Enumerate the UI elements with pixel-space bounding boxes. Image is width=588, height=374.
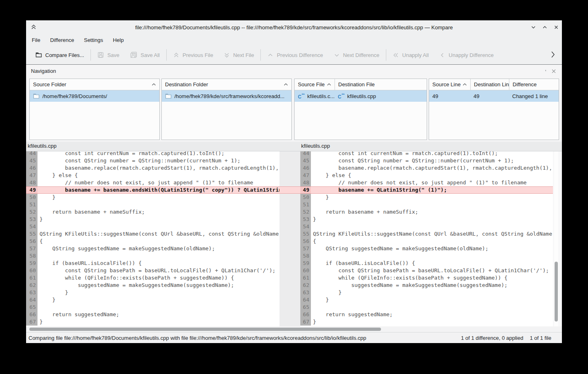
code-line: 54: [26, 223, 280, 230]
menu-item[interactable]: Help: [113, 37, 124, 43]
code-line: 55 QString KFileUtils::suggestName(const…: [26, 230, 280, 238]
line-number: 65: [26, 304, 37, 311]
line-text: return basename + nameSuffix;: [311, 208, 553, 216]
code-line: 56 {: [26, 238, 280, 245]
double-chevron-up-icon: [173, 52, 179, 58]
line-number: 54: [26, 223, 37, 230]
line-number: 64: [26, 296, 37, 304]
line-text: const QString number = QString::number(c…: [311, 157, 553, 164]
line-number: 62: [300, 282, 311, 289]
difference-table: Source Line Destination Line Difference …: [429, 79, 559, 140]
destination-folder-header[interactable]: Destination Folder: [162, 79, 291, 90]
source-folder-table: Source Folder /home/fhek789/Documents/: [29, 79, 160, 140]
floppy-all-icon: [130, 52, 137, 58]
source-file-header[interactable]: Source File: [295, 79, 335, 90]
menu-item[interactable]: File: [32, 37, 40, 43]
code-line: 55 QString KFileUtils::suggestName(const…: [300, 230, 553, 238]
line-number: 45: [300, 157, 311, 164]
save-button[interactable]: Save: [92, 48, 125, 61]
line-number: 56: [300, 238, 311, 245]
table-row[interactable]: C++ kfileutils.c... C++ kfileutils.cpp: [295, 90, 427, 102]
line-number: 47: [26, 172, 37, 179]
unapply-all-button[interactable]: Unapply All: [388, 48, 434, 61]
line-number: 55: [300, 230, 311, 238]
vertical-scrollbar[interactable]: [554, 151, 558, 326]
line-number: 63: [26, 289, 37, 296]
next-difference-button[interactable]: Next Difference: [328, 48, 385, 61]
source-folder-header[interactable]: Source Folder: [30, 79, 159, 90]
code-line: 45 const QString number = QString::numbe…: [300, 157, 553, 164]
previous-file-button[interactable]: Previous File: [168, 48, 218, 61]
line-text: QString KFileUtils::suggestName(const QU…: [37, 230, 280, 238]
next-file-button[interactable]: Next File: [218, 48, 259, 61]
float-panel-icon[interactable]: [541, 69, 546, 74]
line-number: 58: [26, 252, 37, 260]
menu-item[interactable]: Difference: [50, 37, 74, 43]
window-title: file:///home/fhek789/Documents/kfileutil…: [26, 24, 562, 31]
source-code-pane[interactable]: 44 const int currentNum = rmatch.capture…: [26, 151, 280, 326]
unapply-difference-button[interactable]: Unapply Difference: [434, 48, 499, 61]
line-text: {: [37, 238, 280, 245]
line-text: const int currentNum = rmatch.captured(1…: [311, 151, 553, 157]
destination-code-pane[interactable]: 44 const int currentNum = rmatch.capture…: [300, 151, 553, 326]
code-line: 57 QString suggestedName = makeSuggested…: [26, 245, 280, 252]
minimize-icon[interactable]: [530, 24, 537, 31]
table-row[interactable]: 49 49 Changed 1 line: [429, 90, 559, 102]
status-comparing-text: Comparing file file:///home/fhek789/Docu…: [29, 335, 461, 341]
line-number: 61: [300, 274, 311, 282]
line-number: 46: [26, 164, 37, 172]
line-text: // number does not exist, so just append…: [311, 179, 553, 186]
horizontal-scrollbar[interactable]: [26, 326, 562, 332]
line-text: const int currentNum = rmatch.captured(1…: [37, 151, 280, 157]
line-text: basename += basename.endsWith(QLatin1Str…: [37, 186, 280, 194]
line-number: 50: [300, 194, 311, 201]
code-line: 47 } else {: [26, 172, 280, 179]
line-text: }: [37, 289, 280, 296]
destination-folder-table: Destination Folder /home/fhek789/kde/src…: [161, 79, 292, 140]
destination-pane-filename: kfileutils.cpp: [301, 143, 330, 149]
source-line-header[interactable]: Source Line: [429, 79, 470, 90]
line-text: QString suggestedName = makeSuggestedNam…: [311, 245, 553, 252]
line-text: [311, 252, 553, 260]
menu-item[interactable]: Settings: [84, 37, 103, 43]
previous-difference-button[interactable]: Previous Difference: [262, 48, 328, 61]
code-line: 58: [26, 252, 280, 260]
compare-files-button[interactable]: Compare Files...: [30, 48, 89, 61]
code-line: 59 if (baseURL.isLocalFile()) {: [300, 260, 553, 267]
destination-file-header[interactable]: Destination File: [335, 79, 427, 90]
double-chevron-left-icon: [393, 52, 399, 58]
difference-header[interactable]: Difference: [509, 79, 559, 90]
keep-above-icon[interactable]: [30, 24, 37, 30]
line-text: return suggestedName;: [37, 311, 280, 318]
vertical-scrollbar-thumb[interactable]: [555, 262, 558, 322]
table-row[interactable]: /home/fhek789/kde/src/frameworks/kcoread…: [162, 90, 291, 102]
line-text: [311, 223, 553, 230]
code-line: 48 // number does not exist, so just app…: [300, 179, 553, 186]
navigation-panel: Navigation Source Folder: [26, 64, 562, 142]
table-row[interactable]: /home/fhek789/Documents/: [30, 90, 159, 102]
code-line: 66 return suggestedName;: [300, 311, 553, 318]
toolbar-separator: [260, 49, 261, 61]
source-pane-filename: kfileutils.cpp: [28, 143, 57, 149]
line-text: basename += QLatin1String(" (1)");: [311, 186, 553, 194]
line-text: {: [311, 238, 553, 245]
code-line: 63 }: [300, 289, 553, 296]
line-text: suggestedName = makeSuggestedName(sugges…: [311, 282, 553, 289]
close-panel-icon[interactable]: [551, 69, 556, 74]
save-all-button[interactable]: Save All: [125, 48, 165, 61]
horizontal-scrollbar-thumb[interactable]: [29, 328, 381, 331]
maximize-icon[interactable]: [542, 24, 548, 31]
line-number: 44: [300, 151, 311, 157]
line-text: }: [311, 289, 553, 296]
line-text: const QString basePath = baseURL.toLocal…: [37, 267, 280, 274]
line-text: while (QFileInfo::exists(basePath + sugg…: [311, 274, 553, 282]
cpp-file-icon: C++: [338, 93, 344, 99]
destination-line-header[interactable]: Destination Line: [470, 79, 509, 90]
status-difference-count: 1 of 1 difference, 0 applied: [461, 335, 523, 341]
line-number: 48: [300, 179, 311, 186]
toolbar-separator: [90, 49, 91, 61]
line-text: }: [311, 216, 553, 223]
line-number: 58: [300, 252, 311, 260]
toolbar-overflow-button[interactable]: [550, 50, 556, 59]
close-icon[interactable]: [553, 24, 559, 31]
